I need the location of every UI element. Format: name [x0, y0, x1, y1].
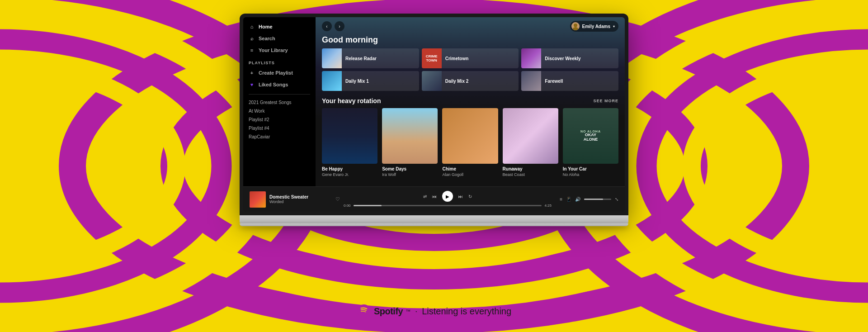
repeat-button[interactable]: ↻	[468, 194, 472, 199]
runaway-title: Runaway	[503, 166, 558, 171]
in-your-car-artist: No Aloha	[563, 172, 618, 177]
search-icon: ⌕	[249, 35, 255, 42]
runaway-artist: Beast Coast	[503, 172, 558, 177]
user-avatar	[571, 22, 580, 30]
now-playing-info: Domestic Sweater Worded	[269, 194, 332, 204]
volume-slider[interactable]	[584, 199, 611, 200]
tagline: Listening is everything	[422, 306, 511, 317]
time-current: 0:00	[344, 204, 351, 208]
greeting-heading: Good morning	[316, 35, 625, 48]
like-button[interactable]: ♡	[335, 196, 340, 202]
prev-button[interactable]: ⏮	[432, 194, 437, 199]
topbar: ‹ › Emily Adams ▾	[316, 17, 625, 35]
play-pause-button[interactable]: ▶	[442, 191, 453, 202]
release-radar-art	[322, 48, 342, 68]
nav-back-button[interactable]: ‹	[322, 21, 332, 31]
farewell-title: Farewell	[545, 79, 563, 84]
track-artist: Worded	[269, 199, 332, 204]
rotation-title: Your heavy rotation	[322, 97, 381, 104]
be-happy-artist: Gene Evaro Jr.	[322, 172, 377, 177]
laptop-base	[240, 215, 628, 223]
greeting-card-daily-mix-1[interactable]: Daily Mix 1	[322, 71, 419, 91]
nav-buttons: ‹ ›	[322, 21, 344, 31]
playlist-item[interactable]: Playlist #2	[243, 115, 316, 124]
laptop-mockup: ⌂ Home ⌕ Search ≡ Your Library PLAYLISTS…	[240, 14, 628, 226]
svg-point-19	[573, 27, 578, 30]
progress-fill	[354, 205, 382, 206]
in-your-car-title: In Your Car	[563, 166, 618, 171]
daily-mix-1-art	[322, 71, 342, 91]
sidebar-item-home[interactable]: ⌂ Home	[243, 21, 316, 33]
playlist-item[interactable]: Playlist #4	[243, 124, 316, 133]
bottom-branding: Spotify ™ · Listening is everything	[357, 304, 511, 318]
user-menu-button[interactable]: Emily Adams ▾	[570, 21, 618, 32]
chime-art	[442, 108, 498, 164]
app-window: ⌂ Home ⌕ Search ≡ Your Library PLAYLISTS…	[243, 17, 625, 212]
in-your-car-art: NO ALOHA OKAYALONE	[563, 108, 618, 164]
user-name: Emily Adams	[582, 24, 610, 29]
create-playlist-button[interactable]: + Create Playlist	[243, 67, 316, 79]
sidebar-item-library[interactable]: ≡ Your Library	[243, 44, 316, 56]
playlist-item[interactable]: At Work	[243, 107, 316, 115]
be-happy-art	[322, 108, 377, 164]
now-playing: Domestic Sweater Worded ♡	[250, 191, 340, 208]
track-title: Domestic Sweater	[269, 194, 332, 199]
now-playing-art	[250, 191, 266, 208]
be-happy-title: Be Happy	[322, 166, 377, 171]
rotation-card-be-happy[interactable]: Be Happy Gene Evaro Jr.	[322, 108, 377, 177]
crimetown-art: CRIME TOWN	[422, 48, 442, 68]
rotation-card-runaway[interactable]: Runaway Beast Coast	[503, 108, 558, 177]
some-days-artist: Ira Wolf	[382, 172, 438, 177]
plus-icon: +	[249, 70, 255, 76]
spotify-icon	[357, 304, 371, 318]
queue-button[interactable]: ≡	[560, 197, 562, 202]
greeting-grid: Release Radar CRIME TOWN Crimetown Disco…	[316, 48, 625, 97]
playlist-item[interactable]: 2021 Greatest Songs	[243, 98, 316, 107]
greeting-card-daily-mix-2[interactable]: Daily Mix 2	[422, 71, 519, 91]
greeting-card-farewell[interactable]: Farewell	[521, 71, 618, 91]
daily-mix-2-art	[422, 71, 442, 91]
library-icon: ≡	[249, 47, 255, 53]
spotify-logo: Spotify ™	[357, 304, 410, 318]
playlists-section-label: PLAYLISTS	[243, 56, 316, 67]
spotify-wordmark: Spotify	[374, 306, 403, 317]
volume-icon: 🔊	[575, 197, 580, 202]
progress-bar-container: 0:00 4:25	[344, 204, 552, 208]
rotation-card-in-your-car[interactable]: NO ALOHA OKAYALONE In Your Car No Aloha	[563, 108, 618, 177]
greeting-card-crimetown[interactable]: CRIME TOWN Crimetown	[422, 48, 519, 68]
daily-mix-2-title: Daily Mix 2	[445, 79, 469, 84]
controls-buttons: ⇌ ⏮ ▶ ⏭ ↻	[423, 191, 472, 202]
rotation-card-some-days[interactable]: Some Days Ira Wolf	[382, 108, 438, 177]
greeting-card-discover-weekly[interactable]: Discover Weekly	[521, 48, 618, 68]
greeting-card-release-radar[interactable]: Release Radar	[322, 48, 419, 68]
time-total: 4:25	[544, 204, 552, 208]
playlist-item[interactable]: RapCaviar	[243, 133, 316, 141]
crimetown-title: Crimetown	[445, 56, 469, 61]
volume-fill	[584, 199, 603, 200]
liked-songs-button[interactable]: ♥ Liked Songs	[243, 79, 316, 90]
laptop-foot	[240, 223, 628, 226]
daily-mix-1-title: Daily Mix 1	[345, 79, 369, 84]
next-button[interactable]: ⏭	[458, 194, 463, 199]
discover-weekly-art	[521, 48, 541, 68]
rotation-card-chime[interactable]: Chime Alan Gogoll	[442, 108, 498, 177]
chime-artist: Alan Gogoll	[442, 172, 498, 177]
progress-track[interactable]	[354, 205, 542, 206]
svg-point-18	[574, 24, 577, 27]
player-controls: ⇌ ⏮ ▶ ⏭ ↻ 0:00 4:25	[344, 191, 552, 208]
see-more-button[interactable]: SEE MORE	[593, 99, 618, 103]
nav-forward-button[interactable]: ›	[335, 21, 344, 31]
chevron-down-icon: ▾	[613, 24, 615, 28]
devices-button[interactable]: 📱	[566, 197, 571, 202]
discover-weekly-title: Discover Weekly	[545, 56, 580, 61]
chime-title: Chime	[442, 166, 498, 171]
sidebar-item-search[interactable]: ⌕ Search	[243, 33, 316, 44]
rotation-grid: Be Happy Gene Evaro Jr. Some Days Ira Wo…	[316, 108, 625, 183]
some-days-art	[382, 108, 438, 164]
main-content: ‹ › Emily Adams ▾	[316, 17, 625, 186]
shuffle-button[interactable]: ⇌	[423, 194, 427, 199]
fullscreen-button[interactable]: ⤡	[615, 197, 618, 202]
release-radar-title: Release Radar	[345, 56, 377, 61]
player-right-controls: ≡ 📱 🔊 ⤡	[555, 197, 618, 202]
home-icon: ⌂	[249, 24, 255, 30]
